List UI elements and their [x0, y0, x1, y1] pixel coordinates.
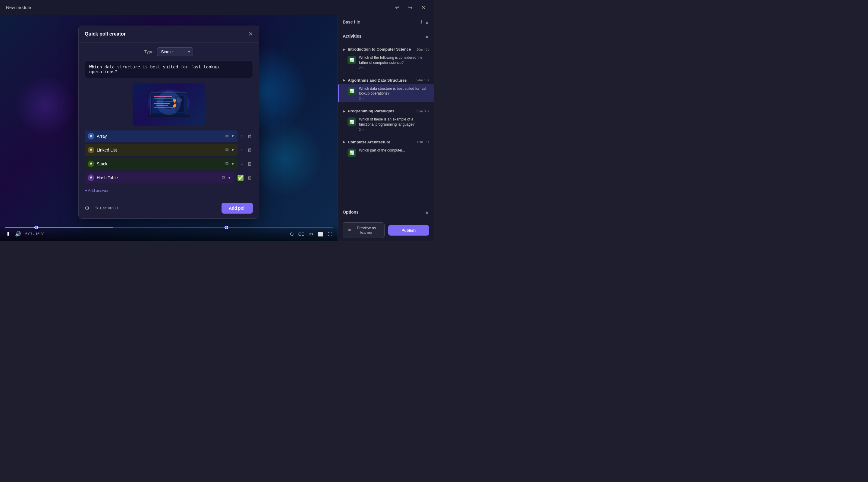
- info-icon-button[interactable]: ℹ: [421, 19, 422, 25]
- answer-chevron-icon-stack[interactable]: ▼: [231, 162, 235, 166]
- publish-button[interactable]: Publish: [388, 225, 430, 235]
- answer-copy-icon-array[interactable]: ⧉: [225, 133, 228, 138]
- modal-header: Quick poll creator ✕: [79, 26, 259, 42]
- answer-chevron-icon-array[interactable]: ▼: [231, 134, 235, 138]
- activities-header[interactable]: Activities ▲: [338, 29, 434, 43]
- play-icon-prog: ▶: [343, 109, 345, 113]
- page-title: New module: [6, 5, 31, 10]
- activity-group-prog: ▶ Programming Paradigms 35m 08s 📊 Which …: [338, 104, 434, 135]
- answer-array-wrap: A Array ⧉ ▼: [85, 130, 238, 142]
- base-file-title: Base file: [343, 20, 360, 24]
- group-duration-algo: 24m 16s: [416, 78, 429, 82]
- settings-icon-button[interactable]: ⚙: [85, 205, 90, 212]
- base-file-header[interactable]: Base file ℹ ▲: [338, 15, 434, 29]
- modal-body: Type Single Multiple ▼ Which data struct…: [79, 42, 259, 199]
- settings-button[interactable]: ⚙: [309, 231, 314, 237]
- answer-linked-wrap: A Linked List ⧉ ▼: [85, 144, 238, 156]
- answer-correct-button-linked[interactable]: ○: [240, 146, 244, 154]
- redo-button[interactable]: ↪: [406, 3, 415, 12]
- volume-button[interactable]: 🔊: [14, 230, 22, 237]
- type-select[interactable]: Single Multiple: [157, 47, 193, 56]
- group-duration-arch: 12m 15s: [416, 140, 429, 144]
- type-row: Type Single Multiple ▼: [85, 47, 253, 56]
- answer-row: A Stack ⧉ ▼ ○ 🗑: [85, 158, 253, 170]
- activities-collapse-button[interactable]: ▲: [425, 33, 429, 38]
- question-input[interactable]: Which data structure is best suited for …: [85, 61, 253, 78]
- activity-group-header-prog[interactable]: ▶ Programming Paradigms 35m 08s: [338, 107, 434, 115]
- total-time: 15:28: [35, 232, 44, 236]
- answer-stack-wrap: A Stack ⧉ ▼: [85, 158, 238, 170]
- answer-text-stack: Stack: [97, 161, 223, 166]
- main-layout: Quick poll creator ✕ Type Single Multipl…: [0, 15, 434, 241]
- progress-marker-2: [224, 226, 228, 229]
- group-title-intro: Introduction to Computer Science: [348, 47, 414, 52]
- est-time-label: Est: 00:30: [100, 206, 118, 210]
- collapse-icon-button[interactable]: ▲: [425, 20, 429, 25]
- options-header[interactable]: Options ▲: [338, 205, 434, 219]
- close-button[interactable]: ✕: [418, 3, 428, 12]
- fullscreen-button[interactable]: ⛶: [327, 231, 333, 237]
- base-file-section: Base file ℹ ▲: [338, 15, 434, 29]
- answer-letter-hash: A: [88, 174, 94, 181]
- captions-button[interactable]: CC: [298, 231, 305, 237]
- activity-item-active[interactable]: 📊 Which data structure is best suited fo…: [338, 84, 434, 102]
- current-time: 5:07: [25, 232, 32, 236]
- quick-poll-modal: Quick poll creator ✕ Type Single Multipl…: [79, 26, 259, 219]
- group-title-algo: Algorithms and Data Structures: [348, 78, 414, 83]
- answer-delete-button-hash[interactable]: 🗑: [247, 174, 253, 181]
- options-title: Options: [343, 210, 359, 215]
- answer-copy-icon-stack[interactable]: ⧉: [225, 161, 228, 166]
- video-area: Quick poll creator ✕ Type Single Multipl…: [0, 15, 338, 241]
- activity-group-header-intro[interactable]: ▶ Introduction to Computer Science 10m 4…: [338, 45, 434, 53]
- activity-group-header-arch[interactable]: ▶ Computer Architecture 12m 15s: [338, 138, 434, 146]
- answer-text-linked: Linked List: [97, 148, 223, 153]
- answer-correct-button-array[interactable]: ○: [240, 132, 244, 140]
- airplay-button[interactable]: ⬡: [289, 231, 294, 237]
- group-duration-intro: 10m 40s: [416, 47, 429, 51]
- activity-group-header-algo[interactable]: ▶ Algorithms and Data Structures 24m 16s: [338, 76, 434, 84]
- activity-icon-poll-prog: 📊: [347, 118, 356, 126]
- answer-copy-icon-hash[interactable]: ⧉: [222, 175, 225, 180]
- options-collapse-button[interactable]: ▲: [425, 210, 429, 215]
- play-pause-button[interactable]: ⏸: [5, 231, 11, 237]
- answer-delete-button-array[interactable]: 🗑: [247, 133, 253, 139]
- answer-letter-array: A: [88, 133, 94, 139]
- activity-item[interactable]: 📊 Which of the following is considered t…: [338, 53, 434, 71]
- progress-marker-1: [34, 226, 38, 229]
- activity-item[interactable]: 📊 Which of these is an example of a func…: [338, 115, 434, 133]
- activity-duration-active: 3m: [359, 97, 429, 100]
- bottom-bar: 👁 Preview as learner Publish: [338, 219, 434, 241]
- activity-duration-prog: 2m: [359, 128, 429, 131]
- progress-bar[interactable]: [5, 227, 333, 228]
- answer-chevron-icon-hash[interactable]: ▼: [227, 175, 231, 180]
- answer-chevron-icon-linked[interactable]: ▼: [231, 148, 235, 152]
- base-file-icons: ℹ ▲: [421, 19, 429, 25]
- answer-correct-button-hash[interactable]: ✅: [237, 174, 244, 182]
- answer-correct-button-stack[interactable]: ○: [240, 160, 244, 167]
- activity-icon-poll: 📊: [347, 56, 356, 64]
- add-poll-button[interactable]: Add poll: [221, 203, 253, 214]
- add-answer-button[interactable]: + Add answer: [85, 187, 108, 194]
- activity-content-active: Which data structure is best suited for …: [359, 86, 429, 101]
- answer-delete-button-linked[interactable]: 🗑: [247, 147, 253, 153]
- time-display: 5:07 / 15:28: [25, 232, 44, 236]
- preview-as-learner-button[interactable]: 👁 Preview as learner: [343, 222, 384, 238]
- modal-close-button[interactable]: ✕: [248, 31, 253, 37]
- answer-letter-stack: A: [88, 161, 94, 167]
- answer-row: A Linked List ⧉ ▼ ○ 🗑: [85, 144, 253, 156]
- activity-item[interactable]: 📊 Which part of the computer...: [338, 146, 434, 159]
- answer-copy-icon-linked[interactable]: ⧉: [225, 147, 228, 153]
- undo-button[interactable]: ↩: [393, 3, 402, 12]
- answer-text-array: Array: [97, 134, 223, 138]
- activity-title: Which of the following is considered the…: [359, 55, 429, 65]
- answer-row: A Array ⧉ ▼ ○ 🗑: [85, 130, 253, 142]
- laptop-illustration: [142, 87, 196, 123]
- pip-button[interactable]: ⬜: [317, 231, 324, 237]
- progress-fill: [5, 227, 113, 228]
- clock-icon: ⏱: [94, 206, 98, 210]
- answer-hash-wrap: A Hash Table ⧉ ▼: [85, 172, 234, 184]
- top-bar-actions: ↩ ↪ ✕: [393, 3, 428, 12]
- answer-delete-button-stack[interactable]: 🗑: [247, 161, 253, 167]
- activities-section: Activities ▲ ▶ Introduction to Computer …: [338, 29, 434, 205]
- controls-row: ⏸ 🔊 5:07 / 15:28 ⬡ CC ⚙ ⬜ ⛶: [5, 230, 333, 237]
